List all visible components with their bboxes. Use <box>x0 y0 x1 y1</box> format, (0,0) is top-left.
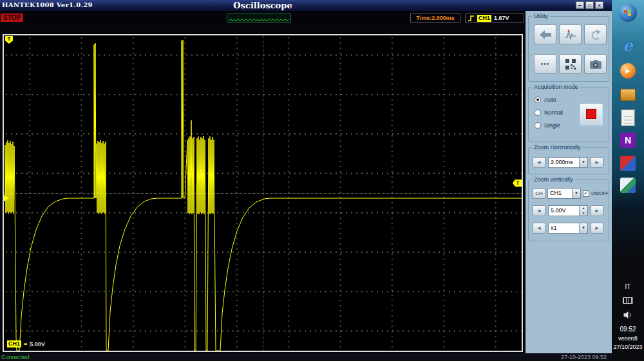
back-button[interactable] <box>534 24 556 44</box>
preview-waveform-icon <box>227 15 290 23</box>
radio-normal[interactable]: Normal <box>535 109 563 116</box>
left-arrow-icon: ◄ <box>536 160 542 165</box>
utility-group-title: Utility <box>532 13 550 19</box>
screenshot-button[interactable] <box>584 54 607 74</box>
multiplier-increase-button[interactable]: ► <box>591 223 603 234</box>
camera-icon <box>589 59 602 69</box>
internet-explorer-icon[interactable]: e <box>623 36 632 55</box>
connection-status: Connected <box>1 353 30 361</box>
undo-arrow-icon <box>589 29 602 41</box>
maximize-button[interactable]: □ <box>585 1 594 9</box>
radio-normal-circle[interactable] <box>535 109 541 116</box>
run-stop-button[interactable] <box>579 103 603 126</box>
statusbar-datetime: 27-10-2023 09:52 <box>561 353 607 361</box>
ellipsis-icon: ••• <box>541 60 550 68</box>
left-arrow-icon: ◄ <box>536 208 542 214</box>
volts-decrease-button[interactable]: ◄ <box>533 205 545 216</box>
radio-single[interactable]: Single <box>535 122 560 129</box>
spin-down-icon[interactable]: ▼ <box>580 211 587 216</box>
media-player-icon[interactable]: ▶ <box>620 63 636 79</box>
radio-normal-label: Normal <box>544 109 563 116</box>
control-panel: Utility ••• <box>526 11 612 353</box>
language-indicator[interactable]: IT <box>625 283 631 290</box>
taskbar-clock-time[interactable]: 09:52 <box>620 326 636 333</box>
windows-flag-icon <box>624 9 632 17</box>
waveform-preview[interactable] <box>227 14 291 23</box>
zoom-vertical-group: Zoom vertically CH CH1 ▼ ✓ ON/OFF ◄ 5.00… <box>528 180 609 241</box>
multiplier-dropdown[interactable]: x1 ▼ <box>548 223 588 234</box>
minimize-button[interactable]: − <box>576 1 584 9</box>
toolbar: STOP Time:2.000ms CH1 1.67V <box>0 11 526 24</box>
channel-select-button[interactable]: CH <box>533 189 545 199</box>
volts-increase-button[interactable]: ► <box>591 205 603 216</box>
radio-single-circle[interactable] <box>535 122 541 129</box>
check-icon: ✓ <box>583 190 589 196</box>
trigger-channel-badge: CH1 <box>477 15 491 22</box>
multiplier-value: x1 <box>551 223 557 233</box>
spin-up-icon[interactable]: ▲ <box>580 206 587 211</box>
volts-spinner[interactable]: 5.00V ▲ ▼ <box>548 205 588 216</box>
windows-start-icon[interactable] <box>619 4 637 22</box>
zoom-horizontal-title: Zoom Horizontally <box>532 144 583 151</box>
undo-button[interactable] <box>584 24 607 44</box>
onenote-icon[interactable]: N <box>620 133 636 148</box>
desktop-strip: e ▶ N IT 09:52 venerdì 27/10/2023 <box>612 0 644 361</box>
onoff-label: ON/OFF <box>591 191 608 196</box>
timebase-readout: Time:2.000ms <box>410 14 460 23</box>
channel-badge: CH1 <box>7 340 21 347</box>
speaker-icon[interactable] <box>623 310 633 322</box>
app-shortcut-icon[interactable] <box>620 178 636 193</box>
document-icon[interactable] <box>621 109 635 126</box>
channel-readout: CH1 = 5.00V <box>7 340 45 347</box>
coupling-icon: = <box>24 341 27 347</box>
stop-square-icon <box>586 109 596 119</box>
more-options-button[interactable]: ••• <box>534 54 556 74</box>
qr-code-button[interactable] <box>559 54 582 74</box>
folder-icon[interactable] <box>620 89 636 101</box>
channel-dropdown[interactable]: CH1 ▼ <box>547 188 581 199</box>
right-arrow-icon: ► <box>594 160 600 165</box>
acquisition-group: Acquisition mode Auto Normal Single <box>528 87 609 142</box>
zoom-horizontal-group: Zoom Horizontally ◄ 2.000ms ▼ ► <box>528 147 609 174</box>
waveform <box>4 40 522 351</box>
taskbar-clock-day: venerdì <box>618 335 638 342</box>
app-shortcut-icon[interactable] <box>620 156 636 171</box>
trigger-edge-icon <box>468 15 475 22</box>
channel-dropdown-value: CH1 <box>550 189 562 198</box>
taskbar-clock-date: 27/10/2023 <box>613 344 642 350</box>
acquisition-group-title: Acquisition mode <box>532 84 580 90</box>
back-arrow-icon <box>539 30 552 40</box>
run-stop-indicator[interactable]: STOP <box>1 14 23 22</box>
pulse-button[interactable] <box>559 24 582 44</box>
close-button[interactable]: × <box>595 1 603 9</box>
trigger-readout: CH1 1.67V <box>465 14 524 23</box>
timebase-increase-button[interactable]: ► <box>591 157 603 168</box>
onoff-checkbox[interactable]: ✓ <box>583 190 589 197</box>
radio-single-label: Single <box>544 122 560 129</box>
window-title: Oscilloscope <box>0 1 526 10</box>
chevron-down-icon[interactable]: ▼ <box>579 223 587 233</box>
pulse-icon <box>564 29 577 41</box>
chevron-down-icon[interactable]: ▼ <box>579 158 587 167</box>
chevron-down-icon[interactable]: ▼ <box>572 189 580 198</box>
radio-auto[interactable]: Auto <box>535 97 556 103</box>
multiplier-decrease-button[interactable]: ◄ <box>533 223 545 234</box>
status-bar: Connected 27-10-2023 09:52 <box>0 353 612 361</box>
keyboard-icon[interactable] <box>623 297 633 304</box>
right-arrow-icon: ► <box>594 225 600 231</box>
spinner-buttons[interactable]: ▲ ▼ <box>579 206 587 216</box>
radio-auto-label: Auto <box>544 97 556 103</box>
timebase-value: 2.000ms <box>551 158 573 167</box>
channel-ground-marker[interactable] <box>4 195 9 201</box>
volts-value: 5.00V <box>551 206 566 216</box>
oscilloscope-window: HANTEK1008 Ver1.0.29 Oscilloscope − □ × … <box>0 0 612 361</box>
timebase-dropdown[interactable]: 2.000ms ▼ <box>548 157 588 168</box>
timebase-decrease-button[interactable]: ◄ <box>533 157 545 168</box>
right-arrow-icon: ► <box>594 208 600 214</box>
scope-display[interactable]: T T CH1 = 5.00V <box>3 34 523 352</box>
titlebar[interactable]: HANTEK1008 Ver1.0.29 Oscilloscope − □ × <box>0 0 612 11</box>
radio-auto-circle[interactable] <box>535 97 541 103</box>
zoom-vertical-title: Zoom vertically <box>532 176 575 183</box>
qr-code-icon <box>565 59 576 70</box>
volts-per-div: 5.00V <box>30 341 45 347</box>
